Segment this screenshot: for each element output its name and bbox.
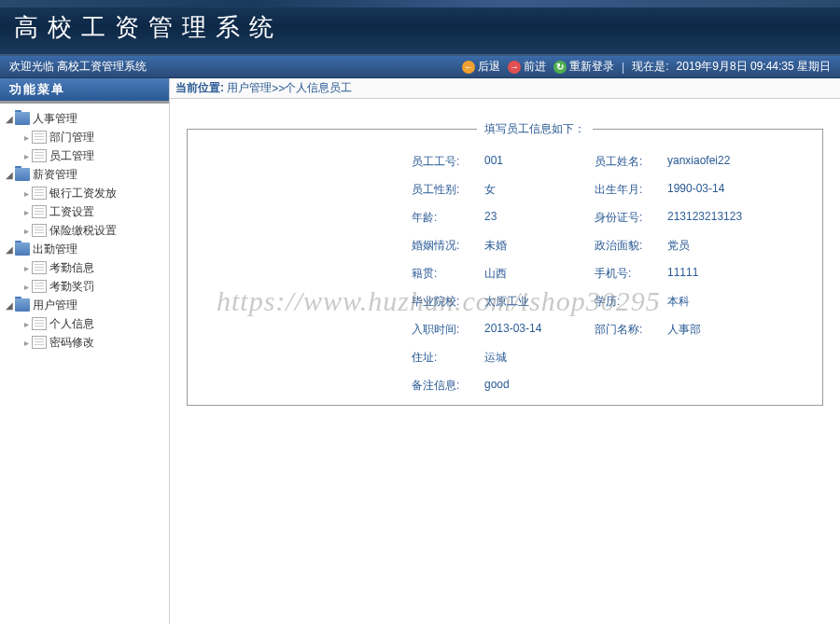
nav-separator: | (622, 61, 624, 74)
file-icon (32, 149, 47, 162)
breadcrumb-sep: >> (272, 82, 285, 95)
tree-label: 用户管理 (33, 298, 77, 313)
emp-id-value: 001 (484, 154, 587, 170)
tree-section-attendance[interactable]: ◢ 出勤管理 (4, 240, 165, 258)
forward-icon (508, 61, 521, 74)
folder-icon (15, 168, 30, 181)
breadcrumb-item[interactable]: 用户管理 (227, 80, 272, 96)
welcome-text: 欢迎光临 高校工资管理系统 (9, 59, 147, 75)
politics-value: 党员 (667, 238, 794, 254)
app-header: 高校工资管理系统 (0, 0, 840, 56)
leaf-icon: ▸ (21, 263, 32, 273)
tree-item-attbonus[interactable]: ▸ 考勤奖罚 (21, 277, 165, 296)
tree-label: 银行工资发放 (49, 186, 117, 201)
birth-label: 出生年月: (595, 182, 660, 198)
remark-value: good (484, 378, 794, 394)
file-icon (32, 187, 47, 200)
file-icon (32, 317, 47, 330)
emp-name-value: yanxiaofei22 (667, 154, 794, 170)
collapse-icon: ◢ (4, 170, 15, 180)
emp-name-label: 员工姓名: (595, 154, 660, 170)
system-title: 高校工资管理系统 (14, 11, 283, 44)
nav-bar: 欢迎光临 高校工资管理系统 后退 前进 重新登录 | 现在是: 2019年9月8… (0, 56, 840, 78)
folder-icon (15, 298, 30, 312)
age-value: 23 (484, 210, 587, 226)
collapse-icon: ◢ (4, 244, 15, 255)
dept-label: 部门名称: (595, 322, 660, 338)
file-icon (32, 131, 47, 144)
tree-label: 个人信息 (49, 316, 94, 332)
hire-label: 入职时间: (412, 322, 477, 338)
marriage-value: 未婚 (484, 238, 587, 254)
relogin-icon (553, 61, 567, 74)
leaf-icon: ▸ (21, 282, 32, 292)
marriage-label: 婚姻情况: (412, 238, 477, 254)
datetime-value: 2019年9月8日 09:44:35 星期日 (677, 59, 831, 75)
leaf-icon: ▸ (21, 132, 32, 143)
breadcrumb-label: 当前位置: (175, 80, 224, 96)
leaf-icon: ▸ (21, 207, 32, 217)
native-label: 籍贯: (412, 266, 477, 282)
file-icon (32, 205, 47, 218)
forward-button[interactable]: 前进 (508, 59, 546, 75)
collapse-icon: ◢ (4, 114, 15, 124)
tree-item-dept[interactable]: ▸ 部门管理 (21, 128, 165, 146)
tree-label: 工资设置 (49, 204, 94, 220)
school-value: 太原工业 (484, 294, 587, 310)
tree-section-hr[interactable]: ◢ 人事管理 (4, 109, 165, 128)
gender-value: 女 (484, 182, 587, 198)
idcard-label: 身份证号: (595, 210, 660, 226)
tree-label: 出勤管理 (33, 242, 77, 257)
phone-value: 11111 (667, 266, 794, 282)
tree-item-bankpay[interactable]: ▸ 银行工资发放 (21, 184, 165, 202)
sidebar: 功能菜单 ◢ 人事管理 ▸ 部门管理 ▸ 员工管理 (0, 78, 170, 624)
file-icon (32, 280, 47, 293)
tree-label: 员工管理 (49, 148, 94, 164)
addr-label: 住址: (412, 350, 477, 366)
tree-item-salaryset[interactable]: ▸ 工资设置 (21, 202, 165, 221)
leaf-icon: ▸ (21, 188, 32, 199)
tree-item-profile[interactable]: ▸ 个人信息 (21, 314, 165, 333)
sidebar-title: 功能菜单 (0, 78, 169, 101)
employee-info-fieldset: 填写员工信息如下： 员工工号: 001 员工姓名: yanxiaofei22 员… (187, 121, 823, 406)
idcard-value: 213123213123 (667, 210, 794, 226)
leaf-icon: ▸ (21, 226, 32, 236)
folder-icon (15, 112, 30, 125)
tree-item-password[interactable]: ▸ 密码修改 (21, 333, 165, 352)
leaf-icon: ▸ (21, 319, 32, 329)
tree-label: 部门管理 (49, 130, 94, 146)
hire-value: 2013-03-14 (484, 322, 587, 338)
gender-label: 员工性别: (412, 182, 477, 198)
file-icon (32, 224, 47, 237)
edu-value: 本科 (667, 294, 794, 310)
age-label: 年龄: (412, 210, 477, 226)
file-icon (32, 336, 47, 349)
tree-item-attinfo[interactable]: ▸ 考勤信息 (21, 258, 165, 277)
phone-label: 手机号: (595, 266, 660, 282)
politics-label: 政治面貌: (595, 238, 660, 254)
tree-label: 考勤信息 (49, 260, 94, 276)
school-label: 毕业院校: (412, 294, 477, 310)
relogin-button[interactable]: 重新登录 (553, 59, 614, 75)
menu-tree: ◢ 人事管理 ▸ 部门管理 ▸ 员工管理 ◢ 薪资 (0, 104, 169, 357)
tree-label: 人事管理 (33, 111, 77, 127)
tree-label: 考勤奖罚 (49, 279, 94, 295)
file-icon (32, 261, 47, 274)
tree-section-user[interactable]: ◢ 用户管理 (4, 296, 165, 314)
tree-item-employee[interactable]: ▸ 员工管理 (21, 146, 165, 165)
breadcrumb-item[interactable]: 个人信息员工 (285, 80, 352, 96)
edu-label: 学历: (595, 294, 660, 310)
datetime-label: 现在是: (632, 59, 668, 75)
back-icon (462, 61, 475, 74)
birth-value: 1990-03-14 (667, 182, 794, 198)
tree-label: 保险缴税设置 (49, 223, 117, 239)
breadcrumb: 当前位置: 用户管理 >> 个人信息员工 (170, 78, 840, 99)
remark-label: 备注信息: (412, 378, 477, 394)
folder-icon (15, 243, 30, 256)
tree-section-salary[interactable]: ◢ 薪资管理 (4, 165, 165, 184)
back-button[interactable]: 后退 (462, 59, 500, 75)
content-area: 当前位置: 用户管理 >> 个人信息员工 填写员工信息如下： 员工工号: 001… (170, 78, 840, 624)
native-value: 山西 (484, 266, 587, 282)
tree-label: 薪资管理 (33, 167, 77, 183)
tree-item-insurance[interactable]: ▸ 保险缴税设置 (21, 221, 165, 240)
